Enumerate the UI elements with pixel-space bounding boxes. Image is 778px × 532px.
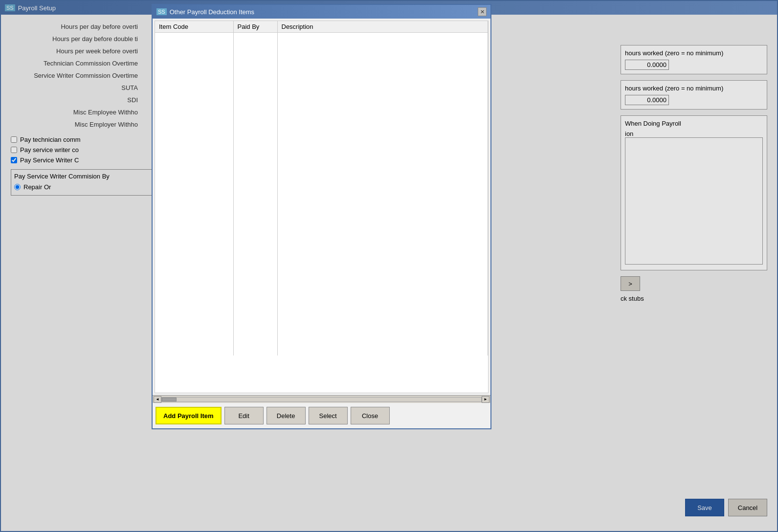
table-row <box>155 87 488 97</box>
horizontal-scrollbar[interactable]: ◄ ► <box>153 395 490 403</box>
deduction-table: Item Code Paid By Description <box>155 21 488 355</box>
close-button[interactable]: Close <box>351 407 390 424</box>
table-row <box>155 302 488 312</box>
scroll-left-arrow[interactable]: ◄ <box>154 396 161 403</box>
table-row <box>155 162 488 173</box>
table-row <box>155 323 488 334</box>
table-row <box>155 151 488 162</box>
table-row <box>155 237 488 248</box>
modal-close-button[interactable]: ✕ <box>478 7 487 16</box>
button-bar: Add Payroll Item Edit Delete Select Clos… <box>153 403 490 428</box>
table-row <box>155 226 488 237</box>
table-row <box>155 108 488 119</box>
table-header-row: Item Code Paid By Description <box>155 21 488 33</box>
table-row <box>155 205 488 216</box>
modal-title-icon: SS <box>156 8 167 15</box>
table-row <box>155 259 488 269</box>
add-payroll-item-button[interactable]: Add Payroll Item <box>156 407 222 424</box>
modal-titlebar: SS Other Payroll Deduction Items ✕ <box>153 5 490 19</box>
table-body <box>155 33 488 355</box>
col-paid-by: Paid By <box>233 21 277 33</box>
scroll-track[interactable] <box>161 397 482 402</box>
table-row <box>155 183 488 194</box>
table-row <box>155 345 488 355</box>
col-description: Description <box>277 21 488 33</box>
table-row <box>155 334 488 345</box>
scroll-right-arrow[interactable]: ► <box>482 396 489 403</box>
table-row <box>155 173 488 183</box>
modal-title-left: SS Other Payroll Deduction Items <box>156 8 254 16</box>
table-row <box>155 33 488 44</box>
table-row <box>155 216 488 226</box>
table-row <box>155 119 488 130</box>
table-row <box>155 269 488 280</box>
deduction-table-container[interactable]: Item Code Paid By Description <box>155 21 489 393</box>
table-row <box>155 76 488 87</box>
scroll-thumb[interactable] <box>162 398 177 401</box>
table-row <box>155 54 488 65</box>
table-row <box>155 312 488 323</box>
table-row <box>155 291 488 302</box>
modal-body: Item Code Paid By Description <box>153 19 490 428</box>
select-button[interactable]: Select <box>309 407 348 424</box>
modal-title-text: Other Payroll Deduction Items <box>170 8 254 16</box>
table-row <box>155 97 488 108</box>
table-row <box>155 248 488 259</box>
table-row <box>155 65 488 76</box>
table-row <box>155 140 488 151</box>
edit-button[interactable]: Edit <box>224 407 264 424</box>
col-item-code: Item Code <box>155 21 233 33</box>
table-row <box>155 130 488 140</box>
table-row <box>155 280 488 291</box>
delete-button[interactable]: Delete <box>267 407 306 424</box>
table-row <box>155 194 488 205</box>
table-row <box>155 44 488 54</box>
payroll-deduction-dialog: SS Other Payroll Deduction Items ✕ Item … <box>152 4 491 429</box>
